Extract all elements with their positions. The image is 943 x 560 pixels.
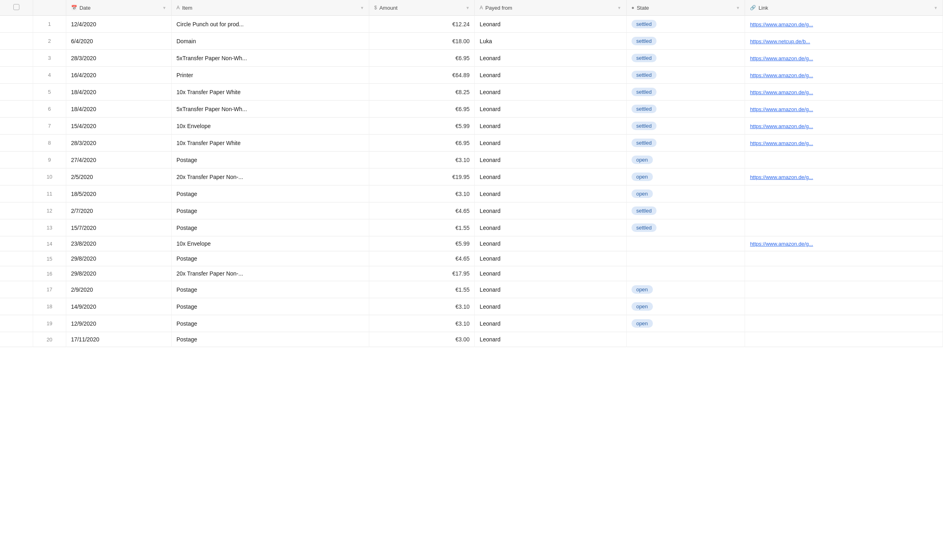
th-link[interactable]: 🔗 Link ▼ xyxy=(745,0,943,16)
row-checkbox-cell xyxy=(0,33,33,50)
row-num: 8 xyxy=(33,135,66,152)
table-row[interactable]: 172/9/2020Postage€1.55Leonardopen xyxy=(0,281,943,298)
amount-sort-arrow: ▼ xyxy=(465,6,469,10)
row-state: settled xyxy=(626,202,745,219)
row-state xyxy=(626,236,745,251)
table-row[interactable]: 2017/11/2020Postage€3.00Leonard xyxy=(0,332,943,347)
row-link xyxy=(745,202,943,219)
row-link[interactable]: https://www.amazon.de/g... xyxy=(745,118,943,135)
status-badge: settled xyxy=(631,37,657,45)
table-row[interactable]: 618/4/20205xTransfer Paper Non-Wh...€6.9… xyxy=(0,101,943,118)
th-amount[interactable]: $ Amount ▼ xyxy=(369,0,475,16)
th-state[interactable]: ● State ▼ xyxy=(626,0,745,16)
link-text[interactable]: https://www.amazon.de/g... xyxy=(750,55,813,61)
row-date: 12/4/2020 xyxy=(66,16,171,33)
row-link[interactable]: https://www.amazon.de/g... xyxy=(745,101,943,118)
row-num: 11 xyxy=(33,185,66,202)
row-checkbox-cell xyxy=(0,135,33,152)
state-sort-arrow: ▼ xyxy=(736,6,740,10)
row-checkbox-cell xyxy=(0,118,33,135)
row-amount: €64.89 xyxy=(369,67,475,84)
row-amount: €3.10 xyxy=(369,298,475,315)
th-payed[interactable]: A Payed from ▼ xyxy=(475,0,626,16)
table-row[interactable]: 1118/5/2020Postage€3.10Leonardopen xyxy=(0,185,943,202)
row-checkbox-cell xyxy=(0,50,33,67)
row-payed: Leonard xyxy=(475,50,626,67)
link-sort-arrow: ▼ xyxy=(934,6,938,10)
status-badge: settled xyxy=(631,206,657,215)
row-amount: €5.99 xyxy=(369,236,475,251)
table-row[interactable]: 328/3/20205xTransfer Paper Non-Wh...€6.9… xyxy=(0,50,943,67)
row-item: Postage xyxy=(171,281,369,298)
status-badge: open xyxy=(631,156,653,164)
status-badge: open xyxy=(631,189,653,198)
row-amount: €5.99 xyxy=(369,118,475,135)
th-checkbox[interactable] xyxy=(0,0,33,16)
table-row[interactable]: 102/5/202020x Transfer Paper Non-...€19.… xyxy=(0,168,943,185)
row-payed: Leonard xyxy=(475,219,626,236)
link-text[interactable]: https://www.amazon.de/g... xyxy=(750,123,813,129)
row-payed: Leonard xyxy=(475,298,626,315)
table-row[interactable]: 828/3/202010x Transfer Paper White€6.95L… xyxy=(0,135,943,152)
row-date: 29/8/2020 xyxy=(66,266,171,281)
row-link xyxy=(745,281,943,298)
row-date: 15/7/2020 xyxy=(66,219,171,236)
row-link xyxy=(745,251,943,266)
row-date: 28/3/2020 xyxy=(66,50,171,67)
table-row[interactable]: 518/4/202010x Transfer Paper White€8.25L… xyxy=(0,84,943,101)
table-row[interactable]: 1423/8/202010x Envelope€5.99Leonardhttps… xyxy=(0,236,943,251)
table-row[interactable]: 927/4/2020Postage€3.10Leonardopen xyxy=(0,152,943,168)
link-text[interactable]: https://www.amazon.de/g... xyxy=(750,89,813,95)
status-badge: settled xyxy=(631,20,657,28)
row-item: 10x Transfer Paper White xyxy=(171,135,369,152)
row-checkbox-cell xyxy=(0,202,33,219)
link-text[interactable]: https://www.amazon.de/g... xyxy=(750,106,813,112)
row-state xyxy=(626,332,745,347)
row-link[interactable]: https://www.amazon.de/g... xyxy=(745,50,943,67)
row-amount: €3.10 xyxy=(369,152,475,168)
row-link[interactable]: https://www.amazon.de/g... xyxy=(745,168,943,185)
th-item[interactable]: A Item ▼ xyxy=(171,0,369,16)
row-link xyxy=(745,266,943,281)
row-num: 20 xyxy=(33,332,66,347)
table-row[interactable]: 1629/8/202020x Transfer Paper Non-...€17… xyxy=(0,266,943,281)
table-row[interactable]: 416/4/2020Printer€64.89Leonardsettledhtt… xyxy=(0,67,943,84)
row-state: open xyxy=(626,281,745,298)
row-link[interactable]: https://www.amazon.de/g... xyxy=(745,84,943,101)
row-link[interactable]: https://www.amazon.de/g... xyxy=(745,16,943,33)
row-payed: Luka xyxy=(475,33,626,50)
th-date[interactable]: 📅 Date ▼ xyxy=(66,0,171,16)
link-text[interactable]: https://www.amazon.de/g... xyxy=(750,241,813,247)
row-payed: Leonard xyxy=(475,202,626,219)
table-row[interactable]: 1529/8/2020Postage€4.65Leonard xyxy=(0,251,943,266)
table-row[interactable]: 112/4/2020Circle Punch out for prod...€1… xyxy=(0,16,943,33)
link-text[interactable]: https://www.amazon.de/g... xyxy=(750,21,813,27)
payed-sort-arrow: ▼ xyxy=(617,6,621,10)
table-row[interactable]: 1912/9/2020Postage€3.10Leonardopen xyxy=(0,315,943,332)
row-state: open xyxy=(626,168,745,185)
row-checkbox-cell xyxy=(0,67,33,84)
link-text[interactable]: https://www.amazon.de/g... xyxy=(750,140,813,146)
row-link[interactable]: https://www.netcup.de/b... xyxy=(745,33,943,50)
table-row[interactable]: 1814/9/2020Postage€3.10Leonardopen xyxy=(0,298,943,315)
row-link xyxy=(745,152,943,168)
row-item: 5xTransfer Paper Non-Wh... xyxy=(171,101,369,118)
row-state: settled xyxy=(626,219,745,236)
link-text[interactable]: https://www.netcup.de/b... xyxy=(750,38,810,44)
table-row[interactable]: 122/7/2020Postage€4.65Leonardsettled xyxy=(0,202,943,219)
table-row[interactable]: 715/4/202010x Envelope€5.99Leonardsettle… xyxy=(0,118,943,135)
row-amount: €6.95 xyxy=(369,50,475,67)
row-amount: €19.95 xyxy=(369,168,475,185)
payed-icon: A xyxy=(480,5,483,11)
row-link[interactable]: https://www.amazon.de/g... xyxy=(745,67,943,84)
link-text[interactable]: https://www.amazon.de/g... xyxy=(750,72,813,78)
row-amount: €8.25 xyxy=(369,84,475,101)
row-link[interactable]: https://www.amazon.de/g... xyxy=(745,135,943,152)
table-row[interactable]: 1315/7/2020Postage€1.55Leonardsettled xyxy=(0,219,943,236)
row-link[interactable]: https://www.amazon.de/g... xyxy=(745,236,943,251)
row-num: 13 xyxy=(33,219,66,236)
header-checkbox[interactable] xyxy=(13,4,19,10)
row-state: settled xyxy=(626,118,745,135)
link-text[interactable]: https://www.amazon.de/g... xyxy=(750,174,813,180)
table-row[interactable]: 26/4/2020Domain€18.00Lukasettledhttps://… xyxy=(0,33,943,50)
